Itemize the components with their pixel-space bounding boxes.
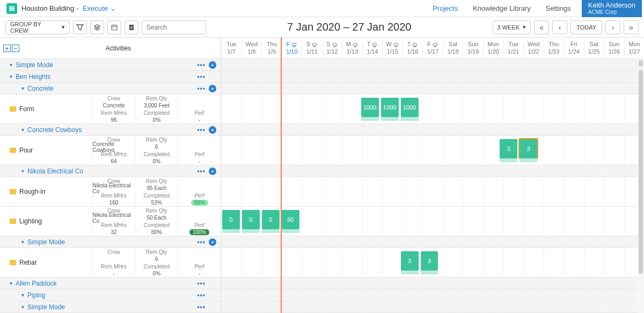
day-column[interactable]: Fri1/24 bbox=[564, 38, 584, 59]
day-column[interactable]: Sun1/26 bbox=[604, 38, 624, 59]
filter-button[interactable] bbox=[73, 20, 87, 34]
svg-rect-2 bbox=[9, 10, 14, 11]
schedule-bar[interactable]: 3 bbox=[401, 251, 419, 271]
row-menu-button[interactable]: ••• bbox=[197, 61, 206, 69]
schedule-bar[interactable]: 3 bbox=[500, 139, 517, 158]
schedule-bar[interactable]: 1000 bbox=[401, 98, 419, 117]
chevron-down-icon: ▾ bbox=[21, 127, 24, 133]
chevron-down-icon: ▾ bbox=[21, 168, 24, 174]
next-button[interactable]: › bbox=[605, 20, 620, 34]
day-column[interactable]: Tue1/21 bbox=[503, 38, 523, 59]
svg-rect-3 bbox=[112, 25, 117, 30]
project-name: Houston Building bbox=[21, 4, 74, 12]
day-column[interactable]: Wed1/22 bbox=[523, 38, 544, 59]
svg-point-28 bbox=[394, 43, 398, 46]
schedule-row: 100010001000 bbox=[221, 94, 644, 124]
timescale-dropdown[interactable]: 3 WEEK ▾ bbox=[493, 20, 531, 34]
group-row[interactable]: ▾Concrete Cowboys•••+ bbox=[0, 124, 221, 136]
day-column[interactable]: Mon1/27 bbox=[624, 38, 644, 59]
row-menu-button[interactable]: ••• bbox=[197, 238, 206, 246]
activity-name[interactable]: Rough-in bbox=[0, 177, 92, 206]
schedule-bar[interactable]: 0 bbox=[242, 210, 260, 229]
row-menu-button[interactable]: ••• bbox=[197, 168, 206, 175]
svg-point-20 bbox=[353, 43, 357, 46]
group-row[interactable]: ▾Simple Mode•••+ bbox=[0, 59, 221, 71]
first-page-button[interactable]: « bbox=[534, 20, 549, 34]
layers-button[interactable] bbox=[90, 20, 104, 34]
top-bar: Houston Building - Execute ⌄ Projects Kn… bbox=[0, 0, 644, 17]
activity-name[interactable]: Lighting bbox=[0, 207, 92, 236]
export-button[interactable] bbox=[125, 20, 138, 34]
calendar-button[interactable] bbox=[107, 20, 121, 34]
activity-name[interactable]: Pour bbox=[0, 136, 92, 165]
app-logo bbox=[6, 3, 17, 14]
chevron-down-icon: ▾ bbox=[10, 62, 12, 68]
expand-all-button[interactable]: + bbox=[3, 45, 11, 52]
day-column[interactable]: F 1/17 bbox=[422, 38, 443, 59]
chevron-down-icon: ▾ bbox=[21, 85, 24, 91]
day-column[interactable]: Mon1/20 bbox=[483, 38, 503, 59]
day-column[interactable]: T 1/14 bbox=[362, 38, 383, 59]
activity-name[interactable]: Form bbox=[0, 94, 92, 123]
day-column[interactable]: W 1/15 bbox=[382, 38, 402, 59]
stage-dropdown[interactable]: Execute ⌄ bbox=[83, 4, 116, 12]
group-row[interactable]: ▾Simple Mode••• bbox=[0, 301, 221, 313]
group-row[interactable]: ▾Ben Heights••• bbox=[0, 71, 221, 83]
user-menu[interactable]: Keith Anderson ACME Corp bbox=[582, 0, 642, 17]
prev-button[interactable]: ‹ bbox=[552, 20, 567, 34]
nav-projects[interactable]: Projects bbox=[433, 4, 458, 12]
day-column[interactable]: T 1/16 bbox=[402, 38, 423, 59]
chevron-down-icon: ▾ bbox=[21, 239, 24, 245]
row-menu-button[interactable]: ••• bbox=[197, 280, 206, 287]
add-button[interactable]: + bbox=[209, 168, 216, 175]
group-row[interactable]: ▾Nikola Electrical Co•••+ bbox=[0, 165, 221, 177]
activity-name[interactable]: Rebar bbox=[0, 248, 92, 277]
scrollbar[interactable] bbox=[638, 59, 644, 313]
caret-down-icon: ▾ bbox=[523, 24, 526, 31]
group-row[interactable]: ▾Concrete•••+ bbox=[0, 83, 221, 94]
row-menu-button[interactable]: ••• bbox=[197, 126, 206, 134]
chevron-down-icon: ▾ bbox=[10, 74, 12, 79]
schedule-bar[interactable]: 0 bbox=[262, 210, 280, 229]
today-button[interactable]: TODAY bbox=[570, 20, 602, 34]
add-button[interactable]: + bbox=[209, 85, 216, 92]
row-menu-button[interactable]: ••• bbox=[197, 303, 206, 311]
day-column[interactable]: Sat1/18 bbox=[443, 38, 463, 59]
scroll-up-icon[interactable] bbox=[639, 60, 643, 67]
add-button[interactable]: + bbox=[209, 126, 216, 134]
day-column[interactable]: S 1/11 bbox=[302, 38, 322, 59]
nav-library[interactable]: Knowledge Library bbox=[473, 4, 531, 12]
day-column[interactable]: Sat1/25 bbox=[584, 38, 604, 59]
add-button[interactable]: + bbox=[209, 238, 216, 246]
schedule-bar[interactable]: 3 bbox=[519, 139, 537, 158]
schedule-bar[interactable]: 0 bbox=[222, 210, 240, 229]
row-menu-button[interactable]: ••• bbox=[197, 85, 206, 92]
schedule-bar[interactable]: 1000 bbox=[361, 98, 379, 117]
schedule-row: 33 bbox=[221, 136, 644, 165]
folder-icon bbox=[10, 189, 16, 194]
day-column[interactable]: M 1/13 bbox=[342, 38, 362, 59]
day-column[interactable]: Thu1/23 bbox=[544, 38, 564, 59]
schedule-bar[interactable]: 3 bbox=[421, 251, 438, 271]
scroll-thumb[interactable] bbox=[639, 70, 643, 274]
nav-settings[interactable]: Settings bbox=[546, 4, 571, 12]
day-column[interactable]: Thu1/9 bbox=[261, 38, 282, 59]
collapse-all-button[interactable]: − bbox=[12, 45, 19, 52]
add-button[interactable]: + bbox=[209, 61, 216, 69]
day-column[interactable]: Tue1/7 bbox=[221, 38, 241, 59]
group-row[interactable]: ▾Piping••• bbox=[0, 289, 221, 301]
activity-row: RebarCrewRem MHrs-Rem Qty6Completed0% Pe… bbox=[0, 248, 221, 278]
day-column[interactable]: F 1/10 bbox=[282, 38, 302, 59]
schedule-bar[interactable]: 1000 bbox=[381, 98, 399, 117]
search-input[interactable] bbox=[142, 20, 206, 34]
last-page-button[interactable]: » bbox=[624, 20, 639, 34]
row-menu-button[interactable]: ••• bbox=[197, 292, 206, 299]
day-column[interactable]: Wed1/8 bbox=[241, 38, 262, 59]
day-column[interactable]: Sun1/19 bbox=[463, 38, 483, 59]
group-by-dropdown[interactable]: GROUP BY CREW▾ bbox=[5, 20, 70, 34]
row-menu-button[interactable]: ••• bbox=[197, 73, 206, 81]
day-column[interactable]: S 1/12 bbox=[322, 38, 342, 59]
group-row[interactable]: ▾Allen Paddock••• bbox=[0, 278, 221, 289]
group-row[interactable]: ▾Simple Mode•••+ bbox=[0, 236, 221, 248]
schedule-bar[interactable]: 50 bbox=[282, 210, 299, 229]
